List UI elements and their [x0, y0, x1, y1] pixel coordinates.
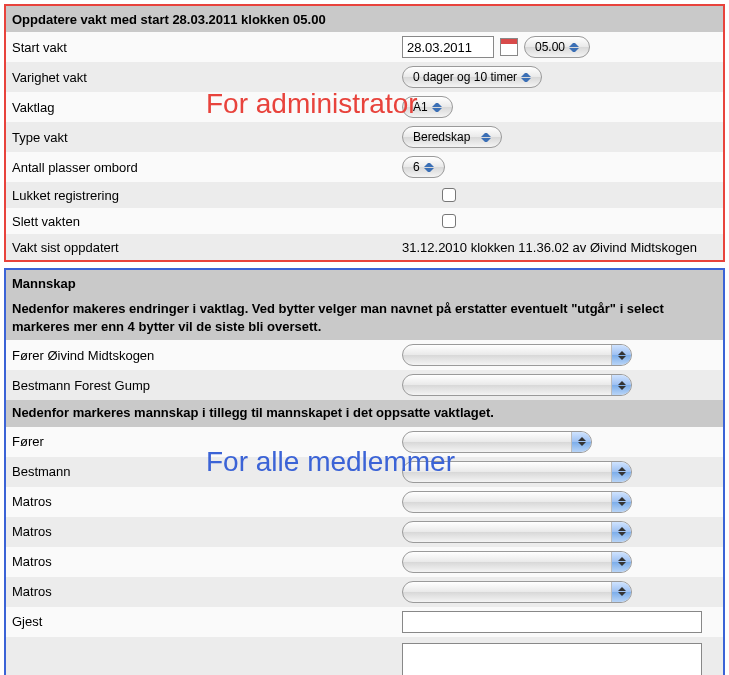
dropdown-icon: [571, 432, 591, 452]
row-antall: Antall plasser ombord 6: [6, 152, 723, 182]
extra-header-text: Nedenfor markeres mannskap i tillegg til…: [12, 405, 494, 420]
stepper-icon: [569, 40, 579, 54]
antall-label: Antall plasser ombord: [12, 160, 402, 175]
start-vakt-date-input[interactable]: [402, 36, 494, 58]
extra-matros1-select[interactable]: [402, 491, 632, 513]
lukket-checkbox[interactable]: [442, 188, 456, 202]
admin-header-text: Oppdatere vakt med start 28.03.2011 klok…: [12, 12, 326, 27]
varighet-value: 0 dager og 10 timer: [413, 70, 517, 84]
extra-matros2-label: Matros: [12, 524, 402, 539]
vaktlag-select[interactable]: A1: [402, 96, 453, 118]
type-select[interactable]: Beredskap: [402, 126, 502, 148]
varighet-label: Varighet vakt: [12, 70, 402, 85]
gjest-input[interactable]: [402, 611, 702, 633]
crew-bestmann-label: Bestmann Forest Gump: [12, 378, 402, 393]
stepper-icon: [481, 130, 491, 144]
row-informasjon: Informasjon: [6, 637, 723, 675]
dropdown-icon: [611, 582, 631, 602]
vaktlag-value: A1: [413, 100, 428, 114]
dropdown-icon: [611, 462, 631, 482]
row-extra-matros4: Matros: [6, 577, 723, 607]
stepper-icon: [424, 160, 434, 174]
row-extra-matros2: Matros: [6, 517, 723, 547]
slett-label: Slett vakten: [12, 214, 402, 229]
crew-forer-label: Fører Øivind Midtskogen: [12, 348, 402, 363]
start-vakt-time-select[interactable]: 05.00: [524, 36, 590, 58]
row-crew-forer: Fører Øivind Midtskogen: [6, 340, 723, 370]
stepper-icon: [521, 70, 531, 84]
admin-section: For administrator Oppdatere vakt med sta…: [4, 4, 725, 262]
extra-bestmann-select[interactable]: [402, 461, 632, 483]
vaktlag-label: Vaktlag: [12, 100, 402, 115]
row-gjest: Gjest: [6, 607, 723, 637]
dropdown-icon: [611, 552, 631, 572]
informasjon-textarea[interactable]: [402, 643, 702, 675]
crew-bestmann-select[interactable]: [402, 374, 632, 396]
extra-bestmann-label: Bestmann: [12, 464, 402, 479]
start-vakt-label: Start vakt: [12, 40, 402, 55]
type-value: Beredskap: [413, 130, 470, 144]
extra-matros1-label: Matros: [12, 494, 402, 509]
type-label: Type vakt: [12, 130, 402, 145]
row-crew-bestmann: Bestmann Forest Gump: [6, 370, 723, 400]
extra-matros2-select[interactable]: [402, 521, 632, 543]
row-lukket: Lukket registrering: [6, 182, 723, 208]
stepper-icon: [432, 100, 442, 114]
sist-label: Vakt sist oppdatert: [12, 240, 402, 255]
extra-matros4-select[interactable]: [402, 581, 632, 603]
row-extra-matros1: Matros: [6, 487, 723, 517]
antall-select[interactable]: 6: [402, 156, 445, 178]
start-vakt-time-value: 05.00: [535, 40, 565, 54]
dropdown-icon: [611, 345, 631, 365]
dropdown-icon: [611, 522, 631, 542]
dropdown-icon: [611, 375, 631, 395]
extra-matros3-select[interactable]: [402, 551, 632, 573]
member-note-text: Nedenfor makeres endringer i vaktlag. Ve…: [12, 301, 664, 334]
row-extra-matros3: Matros: [6, 547, 723, 577]
member-header-text: Mannskap: [12, 276, 76, 291]
crew-forer-select[interactable]: [402, 344, 632, 366]
extra-matros4-label: Matros: [12, 584, 402, 599]
dropdown-icon: [611, 492, 631, 512]
extra-matros3-label: Matros: [12, 554, 402, 569]
gjest-label: Gjest: [12, 614, 402, 629]
row-type: Type vakt Beredskap: [6, 122, 723, 152]
varighet-select[interactable]: 0 dager og 10 timer: [402, 66, 542, 88]
sist-value: 31.12.2010 klokken 11.36.02 av Øivind Mi…: [402, 240, 697, 255]
row-extra-forer: Fører: [6, 427, 723, 457]
calendar-icon[interactable]: [500, 38, 518, 56]
row-varighet: Varighet vakt 0 dager og 10 timer: [6, 62, 723, 92]
member-section: For alle medlemmer Mannskap Nedenfor mak…: [4, 268, 725, 675]
member-note: Nedenfor makeres endringer i vaktlag. Ve…: [6, 296, 723, 340]
lukket-label: Lukket registrering: [12, 188, 402, 203]
extra-header: Nedenfor markeres mannskap i tillegg til…: [6, 400, 723, 426]
extra-forer-select[interactable]: [402, 431, 592, 453]
admin-header: Oppdatere vakt med start 28.03.2011 klok…: [6, 6, 723, 32]
row-extra-bestmann: Bestmann: [6, 457, 723, 487]
extra-forer-label: Fører: [12, 434, 402, 449]
row-sist: Vakt sist oppdatert 31.12.2010 klokken 1…: [6, 234, 723, 260]
row-vaktlag: Vaktlag A1: [6, 92, 723, 122]
slett-checkbox[interactable]: [442, 214, 456, 228]
member-header: Mannskap: [6, 270, 723, 296]
antall-value: 6: [413, 160, 420, 174]
row-slett: Slett vakten: [6, 208, 723, 234]
row-start-vakt: Start vakt 05.00: [6, 32, 723, 62]
